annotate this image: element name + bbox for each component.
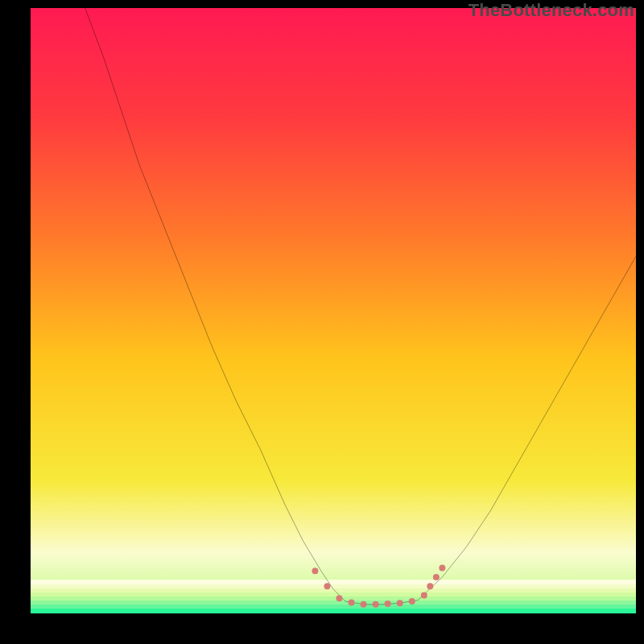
valley-marker [427, 583, 433, 589]
curve-layer [31, 8, 636, 613]
chart-frame: TheBottleneck.com [0, 0, 644, 644]
valley-marker [385, 601, 391, 607]
plot-area [31, 8, 636, 613]
valley-marker [373, 601, 379, 608]
valley-marker [439, 565, 445, 572]
valley-marker [397, 600, 403, 606]
valley-marker [336, 595, 343, 601]
valley-marker [361, 601, 367, 608]
valley-marker [433, 574, 440, 580]
valley-markers [312, 565, 445, 608]
valley-marker [312, 568, 318, 574]
watermark-text: TheBottleneck.com [469, 0, 634, 21]
valley-marker [349, 599, 355, 605]
valley-marker [324, 583, 330, 589]
bottleneck-curve [85, 8, 636, 605]
valley-marker [421, 592, 427, 598]
valley-marker [409, 598, 415, 605]
